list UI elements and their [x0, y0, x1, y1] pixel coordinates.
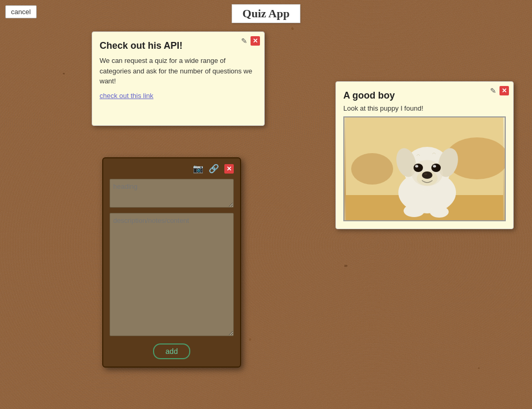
svg-point-16	[433, 165, 436, 168]
heading-input[interactable]	[110, 179, 234, 208]
form-actions: 📷 🔗 ✕	[110, 164, 234, 174]
note1-body: We can request a quiz for a wide range o…	[100, 56, 257, 87]
svg-point-11	[422, 171, 432, 179]
close-button-card1[interactable]: ✕	[251, 36, 260, 46]
link-icon[interactable]: 🔗	[209, 164, 219, 174]
note2-body: Look at this puppy I found!	[343, 104, 506, 112]
card-2-actions: ✎ ✕	[490, 86, 509, 95]
card-1-actions: ✎ ✕	[241, 36, 260, 46]
svg-point-4	[351, 153, 393, 185]
form-close-button[interactable]: ✕	[224, 164, 234, 174]
content-input[interactable]	[110, 213, 234, 336]
edit-icon-card1[interactable]: ✎	[241, 37, 247, 45]
svg-point-14	[431, 164, 441, 172]
svg-point-18	[430, 206, 449, 218]
puppy-image	[343, 116, 506, 221]
app-title: Quiz App	[232, 4, 301, 23]
note1-heading: Check out his API!	[100, 40, 257, 51]
cancel-button[interactable]: cancel	[5, 5, 37, 18]
svg-point-13	[414, 164, 423, 172]
edit-icon-card2[interactable]: ✎	[490, 87, 496, 95]
svg-point-12	[424, 173, 427, 175]
note2-heading: A good boy	[343, 90, 506, 101]
camera-icon[interactable]: 📷	[193, 164, 203, 174]
svg-point-17	[404, 204, 425, 217]
note1-link[interactable]: check out this link	[100, 92, 154, 100]
close-button-card2[interactable]: ✕	[500, 86, 509, 95]
new-note-form: 📷 🔗 ✕ add	[102, 157, 241, 368]
svg-point-15	[415, 165, 418, 168]
add-button[interactable]: add	[153, 343, 190, 359]
note-card-puppy: ✎ ✕ A good boy Look at this puppy I foun…	[335, 81, 514, 229]
note-card-api: ✎ ✕ Check out his API! We can request a …	[92, 31, 265, 126]
